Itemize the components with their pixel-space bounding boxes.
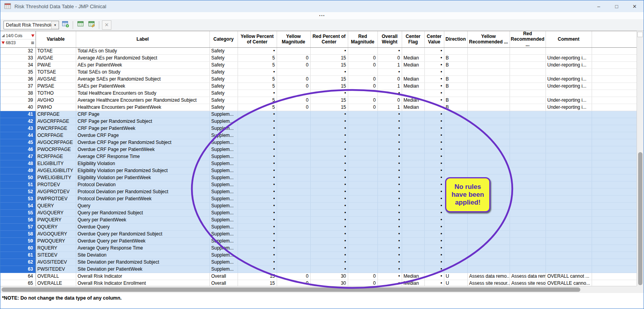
cell-center-flag[interactable]: Median — [402, 76, 424, 83]
column-header-category[interactable]: Category — [209, 31, 238, 48]
cell-yellow-recommended[interactable] — [467, 189, 510, 196]
cell-label[interactable]: Overdue CRF Page per PatientWeek — [76, 146, 209, 153]
cell-yellow-recommended[interactable] — [467, 97, 510, 104]
cell-direction[interactable] — [444, 203, 467, 210]
cell-red-magnitude[interactable] — [348, 217, 377, 224]
cell-center-flag[interactable]: Median — [402, 55, 424, 62]
cell-variable[interactable]: AVGHO — [36, 97, 76, 104]
cell-yellow-recommended[interactable] — [467, 231, 510, 238]
table-row[interactable]: 58AVGOQUERYOverdue Query per Randomized … — [0, 231, 637, 238]
row-number[interactable]: 47 — [0, 153, 36, 160]
cell-yellow-magnitude[interactable] — [277, 167, 310, 174]
cell-red-recommended[interactable]: Assess site resour... — [510, 280, 546, 286]
maximize-button[interactable]: □ — [608, 0, 626, 12]
cell-category[interactable]: Overall — [209, 273, 238, 280]
cell-center-value[interactable]: • — [424, 217, 444, 224]
cell-overall-weight[interactable]: • — [377, 252, 402, 259]
cell-center-value[interactable]: • — [424, 160, 444, 167]
row-number[interactable]: 56 — [0, 217, 36, 224]
cell-yellow-recommended[interactable] — [467, 224, 510, 231]
table-row[interactable]: 41CRFPAGECRF PageSupplem...•••• — [0, 111, 637, 118]
cell-overall-weight[interactable]: • — [377, 273, 402, 280]
cell-variable[interactable]: AVGCRFPAGE — [36, 118, 76, 125]
cell-red-percent[interactable]: • — [310, 266, 348, 273]
cell-category[interactable]: Supplem... — [209, 266, 238, 273]
cell-red-percent[interactable]: • — [310, 146, 348, 153]
cell-center-flag[interactable] — [402, 203, 424, 210]
cell-category[interactable]: Supplem... — [209, 181, 238, 189]
column-header-red-percent[interactable]: Red Percent of Center — [310, 31, 348, 48]
cell-variable[interactable]: AVGOQUERY — [36, 231, 76, 238]
cell-red-recommended[interactable] — [510, 217, 546, 224]
cell-comment[interactable] — [546, 196, 592, 203]
cell-direction[interactable]: B — [444, 55, 467, 62]
cell-red-magnitude[interactable] — [348, 210, 377, 217]
columns-menu-icon[interactable] — [31, 34, 34, 37]
cell-comment[interactable] — [546, 111, 592, 118]
toolbar-overflow-strip[interactable]: ... — [0, 12, 644, 20]
column-header-yellow-magnitude[interactable]: Yellow Magnitude — [277, 31, 310, 48]
cell-red-recommended[interactable] — [510, 167, 546, 174]
cell-red-recommended[interactable] — [510, 266, 546, 273]
cell-comment[interactable] — [546, 160, 592, 167]
cell-category[interactable]: Supplem... — [209, 210, 238, 217]
cell-center-value[interactable]: • — [424, 146, 444, 153]
horizontal-scrollbar[interactable] — [0, 286, 637, 293]
cell-red-recommended[interactable] — [510, 203, 546, 210]
cell-direction[interactable] — [444, 259, 467, 266]
cell-yellow-recommended[interactable] — [467, 217, 510, 224]
cell-label[interactable]: SAEs per PatientWeek — [76, 83, 209, 90]
cell-red-percent[interactable]: • — [310, 203, 348, 210]
cell-red-percent[interactable]: • — [310, 259, 348, 266]
cell-category[interactable]: Safety — [209, 48, 238, 55]
cell-comment[interactable] — [546, 238, 592, 245]
cell-red-magnitude[interactable] — [348, 167, 377, 174]
row-number[interactable]: 41 — [0, 111, 36, 118]
cell-yellow-percent[interactable]: • — [238, 252, 277, 259]
cell-center-flag[interactable] — [402, 132, 424, 139]
cell-center-value[interactable]: • — [424, 111, 444, 118]
cell-yellow-magnitude[interactable] — [277, 153, 310, 160]
cell-red-percent[interactable]: • — [310, 167, 348, 174]
cell-label[interactable]: Healthcare Encounters per PatientWeek — [76, 104, 209, 111]
cell-red-magnitude[interactable] — [348, 132, 377, 139]
cell-overall-weight[interactable]: 1 — [377, 62, 402, 69]
cell-yellow-magnitude[interactable] — [277, 224, 310, 231]
table-row[interactable]: 57OQUERYOverdue QuerySupplem...•••• — [0, 224, 637, 231]
cell-red-recommended[interactable] — [510, 231, 546, 238]
cell-category[interactable]: Supplem... — [209, 146, 238, 153]
cell-red-percent[interactable]: • — [310, 231, 348, 238]
cell-yellow-magnitude[interactable] — [277, 160, 310, 167]
cell-variable[interactable]: AVGSAE — [36, 76, 76, 83]
cell-category[interactable]: Supplem... — [209, 196, 238, 203]
table-row[interactable]: 51PROTDEVProtocol DeviationSupplem...•••… — [0, 181, 637, 189]
cell-yellow-magnitude[interactable] — [277, 259, 310, 266]
cell-yellow-recommended[interactable] — [467, 238, 510, 245]
row-number[interactable]: 57 — [0, 224, 36, 231]
cell-yellow-recommended[interactable] — [467, 62, 510, 69]
cell-center-flag[interactable]: Median — [402, 273, 424, 280]
cell-direction[interactable]: B — [444, 62, 467, 69]
cell-yellow-recommended[interactable] — [467, 55, 510, 62]
cell-yellow-recommended[interactable] — [467, 104, 510, 111]
table-row[interactable]: 60RQUERYAverage Query Response TimeSuppl… — [0, 245, 637, 252]
cell-yellow-percent[interactable]: • — [238, 139, 277, 146]
cell-variable[interactable]: PWOCRFPAGE — [36, 146, 76, 153]
table-row[interactable]: 44OCRFPAGEOverdue CRF PageSupplem...•••• — [0, 132, 637, 139]
cell-red-magnitude[interactable] — [348, 189, 377, 196]
cell-center-value[interactable]: • — [424, 118, 444, 125]
cell-overall-weight[interactable]: • — [377, 146, 402, 153]
cell-direction[interactable] — [444, 125, 467, 132]
cell-label[interactable]: Total Healthcare Encounters on Study — [76, 90, 209, 97]
cell-center-flag[interactable] — [402, 210, 424, 217]
cell-variable[interactable]: PROTDEV — [36, 181, 76, 189]
cell-direction[interactable] — [444, 210, 467, 217]
cell-center-value[interactable]: • — [424, 174, 444, 181]
row-number[interactable]: 64 — [0, 273, 36, 280]
table-row[interactable]: 35TOTSAETotal SAEs on StudySafety•••• — [0, 69, 637, 76]
cell-yellow-recommended[interactable] — [467, 252, 510, 259]
cell-label[interactable]: Site Deviation per PatientWeek — [76, 266, 209, 273]
cell-yellow-magnitude[interactable] — [277, 118, 310, 125]
table-row[interactable]: 46PWOCRFPAGEOverdue CRF Page per Patient… — [0, 146, 637, 153]
cell-yellow-recommended[interactable] — [467, 266, 510, 273]
